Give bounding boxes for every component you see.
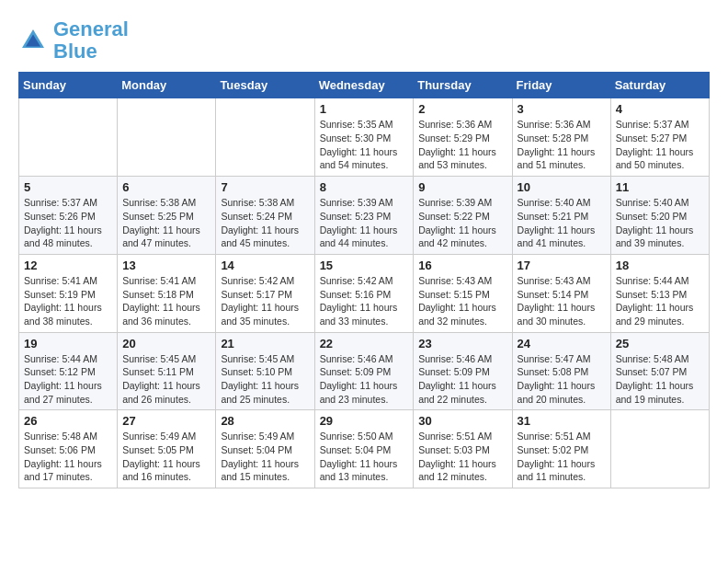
calendar-cell: 24Sunrise: 5:47 AM Sunset: 5:08 PM Dayli…	[512, 332, 610, 410]
day-number: 22	[320, 337, 409, 350]
day-number: 7	[221, 180, 309, 194]
weekday-header: Wednesday	[314, 73, 414, 98]
logo: General Blue	[18, 18, 129, 63]
day-number: 17	[518, 259, 606, 272]
day-number: 25	[616, 337, 704, 350]
calendar-cell: 5Sunrise: 5:37 AM Sunset: 5:26 PM Daylig…	[19, 177, 118, 255]
day-info: Sunrise: 5:45 AM Sunset: 5:10 PM Dayligh…	[221, 352, 309, 407]
calendar-cell: 25Sunrise: 5:48 AM Sunset: 5:07 PM Dayli…	[610, 332, 709, 410]
day-info: Sunrise: 5:43 AM Sunset: 5:14 PM Dayligh…	[518, 274, 606, 328]
day-info: Sunrise: 5:37 AM Sunset: 5:27 PM Dayligh…	[616, 118, 704, 172]
calendar-cell: 14Sunrise: 5:42 AM Sunset: 5:17 PM Dayli…	[216, 254, 314, 332]
day-number: 12	[24, 259, 112, 272]
day-number: 30	[418, 414, 506, 428]
day-info: Sunrise: 5:46 AM Sunset: 5:09 PM Dayligh…	[418, 352, 506, 407]
day-info: Sunrise: 5:38 AM Sunset: 5:24 PM Dayligh…	[221, 196, 309, 250]
weekday-header: Saturday	[610, 73, 709, 98]
day-info: Sunrise: 5:42 AM Sunset: 5:16 PM Dayligh…	[320, 274, 409, 328]
day-number: 3	[518, 102, 606, 116]
calendar-cell: 20Sunrise: 5:45 AM Sunset: 5:11 PM Dayli…	[118, 332, 216, 410]
calendar-cell: 22Sunrise: 5:46 AM Sunset: 5:09 PM Dayli…	[314, 332, 414, 410]
day-info: Sunrise: 5:48 AM Sunset: 5:07 PM Dayligh…	[616, 352, 704, 407]
day-number: 15	[320, 259, 409, 272]
day-number: 5	[24, 180, 112, 194]
day-number: 27	[122, 414, 210, 428]
calendar-cell: 23Sunrise: 5:46 AM Sunset: 5:09 PM Dayli…	[414, 332, 512, 410]
page-header: General Blue	[18, 18, 710, 63]
day-info: Sunrise: 5:42 AM Sunset: 5:17 PM Dayligh…	[221, 274, 309, 328]
day-info: Sunrise: 5:46 AM Sunset: 5:09 PM Dayligh…	[320, 352, 409, 407]
day-info: Sunrise: 5:50 AM Sunset: 5:04 PM Dayligh…	[320, 430, 409, 484]
day-number: 26	[24, 414, 112, 428]
day-info: Sunrise: 5:43 AM Sunset: 5:15 PM Dayligh…	[418, 274, 506, 328]
calendar-cell: 8Sunrise: 5:39 AM Sunset: 5:23 PM Daylig…	[314, 177, 414, 255]
calendar-cell: 17Sunrise: 5:43 AM Sunset: 5:14 PM Dayli…	[512, 254, 610, 332]
day-info: Sunrise: 5:36 AM Sunset: 5:29 PM Dayligh…	[418, 118, 506, 172]
calendar-cell: 13Sunrise: 5:41 AM Sunset: 5:18 PM Dayli…	[118, 254, 216, 332]
day-info: Sunrise: 5:38 AM Sunset: 5:25 PM Dayligh…	[122, 196, 210, 250]
calendar-cell: 26Sunrise: 5:48 AM Sunset: 5:06 PM Dayli…	[19, 410, 118, 488]
calendar-cell: 6Sunrise: 5:38 AM Sunset: 5:25 PM Daylig…	[118, 177, 216, 255]
calendar-cell: 12Sunrise: 5:41 AM Sunset: 5:19 PM Dayli…	[19, 254, 118, 332]
weekday-header: Tuesday	[216, 73, 314, 98]
weekday-header: Friday	[512, 73, 610, 98]
day-info: Sunrise: 5:49 AM Sunset: 5:05 PM Dayligh…	[122, 430, 210, 484]
day-number: 21	[221, 337, 309, 350]
day-number: 18	[616, 259, 704, 272]
day-info: Sunrise: 5:48 AM Sunset: 5:06 PM Dayligh…	[24, 430, 112, 484]
day-info: Sunrise: 5:39 AM Sunset: 5:23 PM Dayligh…	[320, 196, 409, 250]
day-info: Sunrise: 5:40 AM Sunset: 5:20 PM Dayligh…	[616, 196, 704, 250]
day-number: 16	[418, 259, 506, 272]
day-info: Sunrise: 5:51 AM Sunset: 5:02 PM Dayligh…	[518, 430, 606, 484]
day-info: Sunrise: 5:44 AM Sunset: 5:12 PM Dayligh…	[24, 352, 112, 407]
calendar-week-row: 1Sunrise: 5:35 AM Sunset: 5:30 PM Daylig…	[19, 98, 710, 177]
calendar-cell: 29Sunrise: 5:50 AM Sunset: 5:04 PM Dayli…	[314, 410, 414, 488]
day-number: 20	[122, 337, 210, 350]
calendar-cell: 19Sunrise: 5:44 AM Sunset: 5:12 PM Dayli…	[19, 332, 118, 410]
calendar-week-row: 19Sunrise: 5:44 AM Sunset: 5:12 PM Dayli…	[19, 332, 710, 410]
day-info: Sunrise: 5:49 AM Sunset: 5:04 PM Dayligh…	[221, 430, 309, 484]
calendar-cell: 7Sunrise: 5:38 AM Sunset: 5:24 PM Daylig…	[216, 177, 314, 255]
calendar-cell: 1Sunrise: 5:35 AM Sunset: 5:30 PM Daylig…	[314, 98, 414, 177]
calendar-cell: 11Sunrise: 5:40 AM Sunset: 5:20 PM Dayli…	[610, 177, 709, 255]
day-info: Sunrise: 5:47 AM Sunset: 5:08 PM Dayligh…	[518, 352, 606, 407]
day-info: Sunrise: 5:40 AM Sunset: 5:21 PM Dayligh…	[518, 196, 606, 250]
day-number: 23	[418, 337, 506, 350]
calendar-cell: 16Sunrise: 5:43 AM Sunset: 5:15 PM Dayli…	[414, 254, 512, 332]
calendar-cell	[216, 98, 314, 177]
day-info: Sunrise: 5:41 AM Sunset: 5:19 PM Dayligh…	[24, 274, 112, 328]
calendar-cell	[118, 98, 216, 177]
day-number: 8	[320, 180, 409, 194]
calendar-cell: 4Sunrise: 5:37 AM Sunset: 5:27 PM Daylig…	[610, 98, 709, 177]
calendar-cell: 30Sunrise: 5:51 AM Sunset: 5:03 PM Dayli…	[414, 410, 512, 488]
calendar-cell: 3Sunrise: 5:36 AM Sunset: 5:28 PM Daylig…	[512, 98, 610, 177]
calendar-cell: 10Sunrise: 5:40 AM Sunset: 5:21 PM Dayli…	[512, 177, 610, 255]
day-info: Sunrise: 5:44 AM Sunset: 5:13 PM Dayligh…	[616, 274, 704, 328]
weekday-header: Monday	[118, 73, 216, 98]
day-info: Sunrise: 5:37 AM Sunset: 5:26 PM Dayligh…	[24, 196, 112, 250]
logo-icon	[18, 26, 48, 55]
day-number: 1	[320, 102, 409, 116]
weekday-header: Sunday	[19, 73, 118, 98]
calendar-cell: 21Sunrise: 5:45 AM Sunset: 5:10 PM Dayli…	[216, 332, 314, 410]
calendar-cell: 9Sunrise: 5:39 AM Sunset: 5:22 PM Daylig…	[414, 177, 512, 255]
calendar-cell	[19, 98, 118, 177]
day-number: 13	[122, 259, 210, 272]
day-info: Sunrise: 5:35 AM Sunset: 5:30 PM Dayligh…	[320, 118, 409, 172]
day-info: Sunrise: 5:45 AM Sunset: 5:11 PM Dayligh…	[122, 352, 210, 407]
day-info: Sunrise: 5:36 AM Sunset: 5:28 PM Dayligh…	[518, 118, 606, 172]
calendar-cell	[610, 410, 709, 488]
day-info: Sunrise: 5:51 AM Sunset: 5:03 PM Dayligh…	[418, 430, 506, 484]
day-number: 6	[122, 180, 210, 194]
calendar-cell: 18Sunrise: 5:44 AM Sunset: 5:13 PM Dayli…	[610, 254, 709, 332]
day-number: 31	[518, 414, 606, 428]
logo-text: General Blue	[53, 18, 129, 63]
calendar-cell: 31Sunrise: 5:51 AM Sunset: 5:02 PM Dayli…	[512, 410, 610, 488]
calendar-week-row: 12Sunrise: 5:41 AM Sunset: 5:19 PM Dayli…	[19, 254, 710, 332]
day-number: 28	[221, 414, 309, 428]
calendar-header-row: SundayMondayTuesdayWednesdayThursdayFrid…	[19, 73, 710, 98]
calendar-table: SundayMondayTuesdayWednesdayThursdayFrid…	[18, 72, 710, 488]
day-number: 24	[518, 337, 606, 350]
day-number: 9	[418, 180, 506, 194]
day-number: 29	[320, 414, 409, 428]
